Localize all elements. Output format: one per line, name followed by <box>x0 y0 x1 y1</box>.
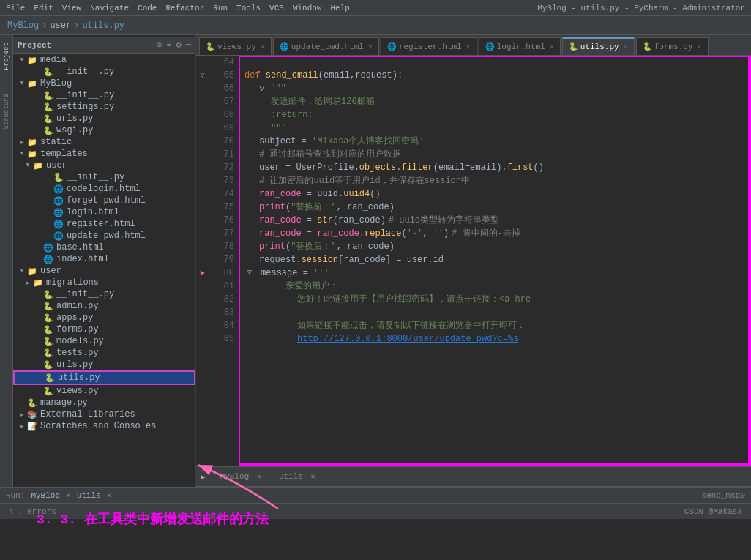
bottom-tab-utils[interactable]: utils ✕ <box>273 471 321 482</box>
html-icon-index: 🌐 <box>42 254 54 264</box>
tree-item-init-user[interactable]: 🐍 __init__.py <box>13 288 195 300</box>
tree-item-templates[interactable]: ▼ 📁 templates <box>13 148 195 160</box>
menu-file[interactable]: File <box>6 4 25 12</box>
tree-item-tests[interactable]: 🐍 tests.py <box>13 347 195 359</box>
breadcrumb-file[interactable]: utils.py <box>82 20 124 31</box>
var-ran-code-76: ran_code <box>259 214 302 227</box>
gutter-85 <box>196 332 209 346</box>
run-utils-close[interactable]: ✕ <box>107 490 112 500</box>
py-icon-views: 🐍 <box>42 386 54 396</box>
tab-icon-login: 🌐 <box>485 42 494 51</box>
tree-label-forms: forms.py <box>56 324 99 335</box>
tab-close-views[interactable]: ✕ <box>261 42 265 51</box>
py-icon-init-user: 🐍 <box>42 289 54 299</box>
gutter-68 <box>196 108 209 122</box>
tree-item-admin[interactable]: 🐍 admin.py <box>13 300 195 312</box>
py-icon-urls: 🐍 <box>42 113 54 124</box>
tree-item-models[interactable]: 🐍 models.py <box>13 335 195 347</box>
tree-item-base-html[interactable]: 🌐 base.html <box>13 242 195 253</box>
tab-register-html[interactable]: 🌐 register.html ✕ <box>381 37 477 55</box>
menu-window[interactable]: Window <box>293 4 322 12</box>
tab-utils-py[interactable]: 🐍 utils.py ✕ <box>562 37 635 55</box>
var-user: user <box>259 161 280 174</box>
tree-item-init-myblog[interactable]: 🐍 __init__.py <box>13 89 195 101</box>
tree-item-wsgi[interactable]: 🐍 wsgi.py <box>13 124 195 136</box>
str-subject: 'Mikasa个人博客找回密码' <box>312 135 425 148</box>
menu-bar[interactable]: File Edit View Navigate Code Refactor Ru… <box>6 4 350 12</box>
menu-refactor[interactable]: Refactor <box>165 4 204 12</box>
tree-item-forms[interactable]: 🐍 forms.py <box>13 324 195 335</box>
menu-run[interactable]: Run <box>213 4 228 12</box>
linenum-71: 71 <box>209 148 234 161</box>
settings-icon[interactable]: ⚙ <box>176 40 182 51</box>
menu-edit[interactable]: Edit <box>34 4 53 12</box>
tab-close-utils[interactable]: ✕ <box>624 42 628 51</box>
tree-item-migrations[interactable]: ▶ 📁 migrations <box>13 277 195 288</box>
py-icon-wsgi: 🐍 <box>42 125 54 135</box>
tree-item-views[interactable]: 🐍 views.py <box>13 385 195 397</box>
gutter-arrow[interactable]: ➤ <box>196 266 209 280</box>
tree-item-settings[interactable]: 🐍 settings.py <box>13 101 195 113</box>
bottom-tab-myblog-close[interactable]: ✕ <box>257 473 261 481</box>
tab-close-login[interactable]: ✕ <box>550 42 554 51</box>
tree-item-utils[interactable]: 🐍 utils.py <box>13 370 195 385</box>
py-icon-settings: 🐍 <box>42 102 54 112</box>
menu-help[interactable]: Help <box>331 4 350 12</box>
code-display[interactable]: def send_email(email, request): ▽ """ 发送… <box>239 56 751 466</box>
tab-close-register[interactable]: ✕ <box>466 42 471 51</box>
tab-update-pwd-html[interactable]: 🌐 update_pwd.html ✕ <box>273 37 379 55</box>
tree-item-urls2[interactable]: 🐍 urls.py <box>13 359 195 370</box>
status-up-icon[interactable]: ↑ <box>9 507 14 516</box>
tree-item-index-html[interactable]: 🌐 index.html <box>13 253 195 265</box>
tree-item-apps[interactable]: 🐍 apps.py <box>13 312 195 324</box>
tab-forms-py[interactable]: 🐍 forms.py ✕ <box>636 37 709 55</box>
tree-item-register-html[interactable]: 🌐 register.html <box>13 218 195 230</box>
tree-item-urls[interactable]: 🐍 urls.py <box>13 113 195 124</box>
linenum-73: 73 <box>209 174 234 187</box>
fn-print-75: print <box>259 201 285 214</box>
code-line-81: 亲爱的用户： <box>244 280 750 293</box>
menu-tools[interactable]: Tools <box>236 4 261 12</box>
tree-item-myblog[interactable]: ▼ 📁 MyBlog <box>13 78 195 89</box>
html-icon-update-pwd: 🌐 <box>53 231 64 241</box>
tree-item-login-html[interactable]: 🌐 login.html <box>13 206 195 218</box>
tree-item-media[interactable]: ▼ 📁 media <box>13 54 195 66</box>
code-line-77: ran_code = ran_code . replace ( '-' , ''… <box>244 227 750 240</box>
tab-icon-views: 🐍 <box>206 42 214 51</box>
sidebar-item-structure[interactable]: Structure <box>1 89 12 134</box>
bottom-tab-myblog[interactable]: MyBlog ✕ <box>214 471 267 482</box>
menu-vcs[interactable]: VCS <box>269 4 284 12</box>
sidebar-item-project[interactable]: Project <box>1 38 12 75</box>
tree-item-manage[interactable]: 🐍 manage.py <box>13 397 195 408</box>
code-line-83 <box>244 306 750 319</box>
tree-item-init-media[interactable]: 🐍 __init__.py <box>13 66 195 78</box>
tree-item-scratches[interactable]: ▶ 📝 Scratches and Consoles <box>13 420 195 432</box>
tab-close-update-pwd[interactable]: ✕ <box>368 42 373 51</box>
tab-close-forms[interactable]: ✕ <box>697 42 701 51</box>
breadcrumb-user[interactable]: user <box>50 20 71 31</box>
status-down-icon[interactable]: ↓ <box>18 507 23 516</box>
menu-navigate[interactable]: Navigate <box>90 4 129 12</box>
tree-item-ext-libs[interactable]: ▶ 📚 External Libraries <box>13 408 195 420</box>
menu-code[interactable]: Code <box>138 4 157 12</box>
tree-item-user-tpl[interactable]: ▼ 📁 user <box>13 160 195 171</box>
run-myblog-close[interactable]: ✕ <box>66 490 71 500</box>
tab-login-html[interactable]: 🌐 login.html ✕ <box>479 37 561 55</box>
close-panel-icon[interactable]: — <box>186 40 191 51</box>
tree-item-codelogin[interactable]: 🌐 codelogin.html <box>13 183 195 195</box>
tree-item-user-pkg[interactable]: ▼ 📁 user <box>13 265 195 277</box>
run-label: Run: <box>6 491 25 500</box>
gutter-76 <box>196 214 209 227</box>
breadcrumb-myblog[interactable]: MyBlog <box>7 20 39 31</box>
menu-view[interactable]: View <box>62 4 81 12</box>
tree-item-static[interactable]: ▶ 📁 static <box>13 136 195 148</box>
tab-views-py[interactable]: 🐍 views.py ✕ <box>199 37 272 55</box>
locate-icon[interactable]: ⊕ <box>157 40 162 51</box>
gutter-65[interactable]: ▽ <box>196 69 209 82</box>
tree-item-forget-pwd[interactable]: 🌐 forget_pwd.html <box>13 195 195 206</box>
tree-item-update-pwd-html[interactable]: 🌐 update_pwd.html <box>13 230 195 242</box>
bottom-tab-utils-close[interactable]: ✕ <box>311 473 315 481</box>
tree-item-init-user-tpl[interactable]: 🐍 __init__.py <box>13 171 195 183</box>
collapse-icon[interactable]: ≡ <box>166 40 171 51</box>
linenum-78: 78 <box>209 240 234 253</box>
